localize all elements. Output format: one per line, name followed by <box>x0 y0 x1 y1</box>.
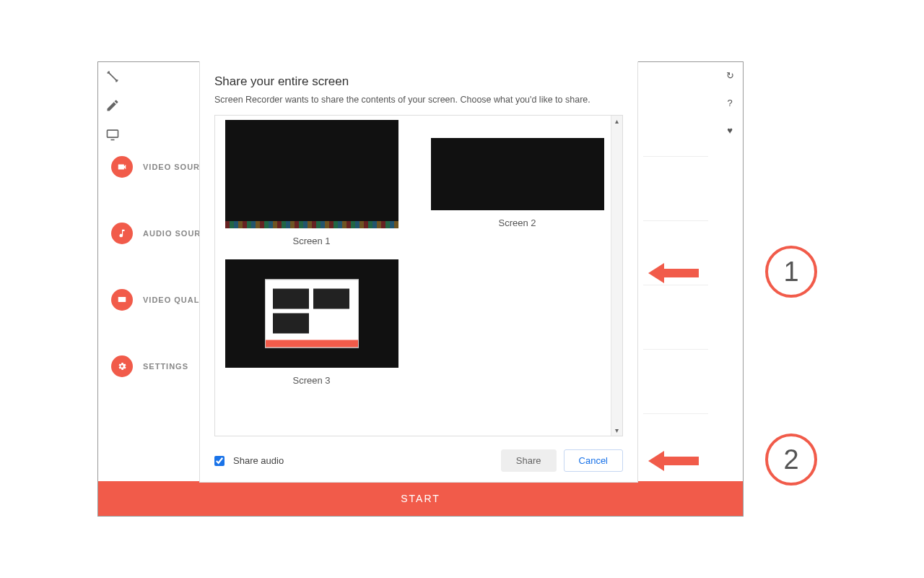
nav-label: VIDEO SOURC <box>143 163 206 171</box>
share-button-label: Share <box>516 455 541 466</box>
share-button[interactable]: Share <box>501 449 557 472</box>
thumbnail-taskbar <box>225 221 398 228</box>
screen-option-3[interactable]: Screen 3 <box>219 259 404 386</box>
help-icon[interactable]: ? <box>724 97 736 108</box>
music-note-icon <box>111 223 133 244</box>
scrollbar[interactable]: ▴ ▾ <box>611 116 622 436</box>
nav-label: AUDIO SOURC <box>143 229 207 238</box>
cancel-button[interactable]: Cancel <box>564 449 623 472</box>
divider <box>643 156 708 157</box>
svg-rect-1 <box>118 297 126 302</box>
nav-list: VIDEO SOURC AUDIO SOURC VIDEO QUALI SETT… <box>111 156 207 377</box>
nav-video-quality[interactable]: VIDEO QUALI <box>111 289 207 311</box>
refresh-icon[interactable]: ↻ <box>724 69 736 81</box>
nav-settings[interactable]: SETTINGS <box>111 355 207 377</box>
annotation-circle-1: 1 <box>765 246 817 298</box>
annotation-circle-2: 2 <box>765 434 817 486</box>
start-label: START <box>401 493 440 504</box>
nav-label: VIDEO QUALI <box>143 296 203 304</box>
screen-thumbnail <box>431 138 604 210</box>
heart-icon[interactable]: ♥ <box>724 124 736 136</box>
display-icon <box>111 289 133 311</box>
monitor-icon[interactable] <box>105 127 120 142</box>
nav-label: SETTINGS <box>143 362 188 371</box>
annotation-arrow-1 <box>648 259 699 288</box>
nav-audio-source[interactable]: AUDIO SOURC <box>111 223 207 244</box>
share-audio-label: Share audio <box>233 455 284 466</box>
svg-marker-3 <box>648 451 699 471</box>
screen-option-2[interactable]: Screen 2 <box>425 120 609 246</box>
cancel-button-label: Cancel <box>579 455 608 466</box>
divider <box>643 349 708 350</box>
divider <box>643 413 708 414</box>
share-audio-option[interactable]: Share audio <box>214 455 284 466</box>
annotation-arrow-2 <box>648 447 699 475</box>
share-audio-checkbox[interactable] <box>214 456 225 466</box>
screen-label: Screen 1 <box>292 236 330 246</box>
thumbnail-inner <box>265 280 359 348</box>
video-camera-icon <box>111 156 133 178</box>
screen-thumbnail <box>225 120 398 228</box>
svg-rect-0 <box>108 130 118 137</box>
screen-label: Screen 2 <box>498 217 536 228</box>
dialog-description: Screen Recorder wants to share the conte… <box>214 95 623 105</box>
nav-video-source[interactable]: VIDEO SOURC <box>111 156 207 178</box>
screen-thumbnail <box>225 259 398 368</box>
dialog-footer: Share audio Share Cancel <box>214 436 623 472</box>
dialog-title: Share your entire screen <box>214 74 623 89</box>
share-screen-dialog: Share your entire screen Screen Recorder… <box>199 61 638 483</box>
crop-icon[interactable] <box>105 69 120 84</box>
svg-marker-2 <box>648 263 699 283</box>
annotation-number: 1 <box>783 256 798 288</box>
screen-option-1[interactable]: Screen 1 <box>219 120 404 246</box>
scroll-down-icon[interactable]: ▾ <box>615 425 619 436</box>
pencil-icon[interactable] <box>105 98 120 113</box>
top-right-icons: ↻ ? ♥ <box>724 69 736 136</box>
scroll-up-icon[interactable]: ▴ <box>615 116 619 126</box>
screen-preview-pane: Screen 1 Screen 2 Screen 3 ▴ ▾ <box>214 115 623 436</box>
dialog-actions: Share Cancel <box>501 449 623 472</box>
divider <box>643 220 708 221</box>
gear-icon <box>111 355 133 377</box>
start-button[interactable]: START <box>98 481 743 516</box>
annotation-number: 2 <box>783 444 798 475</box>
screen-grid: Screen 1 Screen 2 Screen 3 <box>219 120 609 386</box>
screen-label: Screen 3 <box>292 375 330 386</box>
